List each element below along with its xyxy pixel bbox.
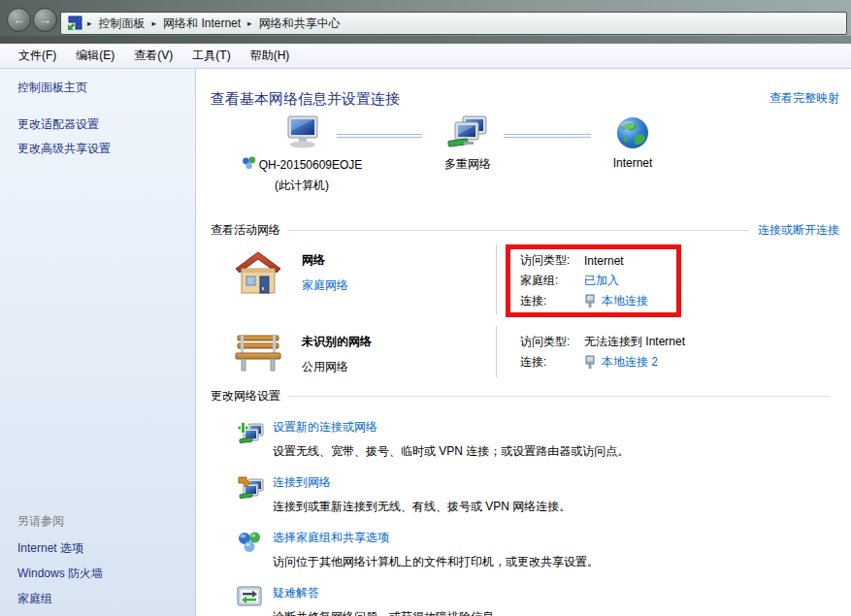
public-network-bench-icon bbox=[234, 326, 290, 377]
network-name: 未识别的网络 bbox=[302, 334, 496, 350]
see-full-map-link[interactable]: 查看完整映射 bbox=[769, 90, 839, 107]
settings-header-row: 更改网络设置 bbox=[211, 388, 839, 405]
section-rule bbox=[288, 396, 831, 397]
sidebar-item-homegroup[interactable]: 家庭组 bbox=[17, 593, 189, 605]
setup-new-connection-link[interactable]: 设置新的连接或网络 bbox=[273, 419, 629, 436]
homegroup-options-link[interactable]: 选择家庭组和共享选项 bbox=[273, 530, 599, 546]
network-name: 网络 bbox=[302, 252, 496, 269]
menu-file[interactable]: 文件(F) bbox=[9, 48, 66, 64]
page-title: 查看基本网络信息并设置连接 bbox=[211, 90, 400, 109]
menu-tools[interactable]: 工具(T) bbox=[182, 48, 240, 64]
menu-view[interactable]: 查看(V) bbox=[124, 48, 182, 64]
sidebar-item-windows-firewall[interactable]: Windows 防火墙 bbox=[17, 567, 189, 580]
troubleshoot-icon bbox=[237, 585, 273, 616]
sidebar-item-internet-options[interactable]: Internet 选项 bbox=[17, 542, 189, 555]
task-description: 访问位于其他网络计算机上的文件和打印机，或更改共享设置。 bbox=[273, 554, 599, 570]
menu-edit[interactable]: 编辑(E) bbox=[66, 48, 124, 64]
homegroup-mini-icon bbox=[242, 156, 256, 173]
computer-note: (此计算机) bbox=[224, 178, 379, 194]
access-type-label: 访问类型: bbox=[520, 252, 584, 269]
troubleshoot-link[interactable]: 疑难解答 bbox=[273, 585, 506, 601]
network-details: 访问类型: Internet 家庭组: 已加入 连接: bbox=[496, 244, 839, 315]
map-connection-line bbox=[504, 134, 591, 138]
home-network-icon bbox=[234, 244, 290, 315]
breadcrumb-separator: ▸ bbox=[84, 18, 95, 28]
active-networks-header-row: 查看活动网络 连接或断开连接 bbox=[211, 222, 839, 239]
ethernet-connector-icon bbox=[584, 355, 596, 370]
computer-icon bbox=[279, 140, 324, 153]
internet-globe-icon bbox=[615, 140, 650, 153]
address-bar[interactable]: ▸ 控制面板 ▸ 网络和 Internet ▸ 网络和共享中心 bbox=[60, 12, 847, 35]
breadcrumb-network-internet[interactable]: 网络和 Internet bbox=[159, 16, 245, 32]
breadcrumb-network-sharing-center[interactable]: 网络和共享中心 bbox=[255, 16, 344, 32]
breadcrumb-separator: ▸ bbox=[245, 18, 255, 28]
settings-task-list: 设置新的连接或网络 设置无线、宽带、拨号、临时或 VPN 连接；或设置路由器或访… bbox=[211, 419, 839, 616]
homegroup-label: 家庭组: bbox=[520, 273, 584, 289]
access-type-label: 访问类型: bbox=[520, 334, 584, 350]
task-description: 诊断并修复网络问题，或获得故障排除信息。 bbox=[273, 609, 506, 616]
internet-label: Internet bbox=[594, 156, 671, 170]
local-connection-2-link[interactable]: 本地连接 2 bbox=[602, 354, 658, 371]
connection-label: 连接: bbox=[520, 354, 584, 371]
homegroup-joined-link[interactable]: 已加入 bbox=[584, 273, 619, 289]
settings-header: 更改网络设置 bbox=[211, 388, 280, 405]
task-description: 设置无线、宽带、拨号、临时或 VPN 连接；或设置路由器或访问点。 bbox=[273, 443, 629, 460]
map-node-this-computer[interactable]: QH-20150609EOJE (此计算机) bbox=[224, 115, 379, 194]
connect-to-network-link[interactable]: 连接到网络 bbox=[273, 474, 571, 491]
task-homegroup-sharing: 选择家庭组和共享选项 访问位于其他网络计算机上的文件和打印机，或更改共享设置。 bbox=[211, 530, 839, 570]
active-networks-list: 网络 家庭网络 访问类型: Internet 家庭组: 已加入 bbox=[211, 244, 839, 377]
network-row-unidentified: 未识别的网络 公用网络 访问类型: 无法连接到 Internet 连接: bbox=[211, 326, 839, 377]
menu-help[interactable]: 帮助(H) bbox=[241, 48, 300, 64]
sidebar-item-change-adapter-settings[interactable]: 更改适配器设置 bbox=[17, 118, 189, 131]
network-map: QH-20150609EOJE (此计算机) bbox=[211, 115, 839, 212]
network-row-home: 网络 家庭网络 访问类型: Internet 家庭组: 已加入 bbox=[211, 244, 839, 315]
section-rule bbox=[288, 230, 749, 231]
menu-bar: 文件(F) 编辑(E) 查看(V) 工具(T) 帮助(H) bbox=[0, 44, 851, 69]
breadcrumb-separator: ▸ bbox=[149, 18, 160, 28]
home-network-link[interactable]: 家庭网络 bbox=[302, 277, 496, 294]
sidebar-item-advanced-sharing-settings[interactable]: 更改高级共享设置 bbox=[17, 143, 189, 155]
map-node-internet[interactable]: Internet bbox=[594, 115, 671, 170]
connect-disconnect-link[interactable]: 连接或断开连接 bbox=[758, 222, 839, 239]
map-node-multiple-networks[interactable]: 多重网络 bbox=[419, 115, 516, 173]
forward-button[interactable]: → bbox=[33, 8, 57, 32]
network-details: 访问类型: 无法连接到 Internet 连接: bbox=[496, 326, 839, 377]
navigation-bar: ← → ▾ ▸ 控制面板 ▸ 网络和 Internet ▸ 网络和共享中心 bbox=[0, 0, 851, 44]
access-type-value: 无法连接到 Internet bbox=[584, 334, 685, 350]
task-connect-to-network: 连接到网络 连接到或重新连接到无线、有线、拨号或 VPN 网络连接。 bbox=[211, 474, 839, 515]
breadcrumb-control-panel[interactable]: 控制面板 bbox=[95, 16, 149, 32]
network-sharing-center-window: ← → ▾ ▸ 控制面板 ▸ 网络和 Internet ▸ 网络和共享中心 文件… bbox=[0, 0, 851, 616]
connection-label: 连接: bbox=[520, 293, 584, 309]
sidebar: 控制面板主页 更改适配器设置 更改高级共享设置 另请参阅 Internet 选项… bbox=[0, 69, 196, 616]
main-panel: 查看基本网络信息并设置连接 查看完整映射 bbox=[196, 69, 851, 616]
active-networks-header: 查看活动网络 bbox=[211, 222, 280, 239]
multiple-networks-label: 多重网络 bbox=[419, 156, 516, 173]
task-description: 连接到或重新连接到无线、有线、拨号或 VPN 网络连接。 bbox=[273, 499, 571, 515]
homegroup-spheres-icon bbox=[237, 530, 273, 570]
local-connection-link[interactable]: 本地连接 bbox=[602, 293, 648, 309]
sidebar-item-control-panel-home[interactable]: 控制面板主页 bbox=[17, 81, 189, 94]
new-connection-icon bbox=[237, 419, 273, 460]
task-troubleshoot: 疑难解答 诊断并修复网络问题，或获得故障排除信息。 bbox=[211, 585, 839, 616]
public-network-label: 公用网络 bbox=[302, 359, 496, 375]
ethernet-connector-icon bbox=[584, 294, 596, 308]
multiple-networks-icon bbox=[446, 140, 489, 153]
network-sharing-center-icon bbox=[67, 16, 82, 31]
see-also-header: 另请参阅 bbox=[17, 513, 189, 530]
computer-name: QH-20150609EOJE bbox=[259, 158, 363, 172]
task-new-connection: 设置新的连接或网络 设置无线、宽带、拨号、临时或 VPN 连接；或设置路由器或访… bbox=[211, 419, 839, 460]
connect-to-network-icon bbox=[237, 474, 273, 515]
access-type-value: Internet bbox=[584, 254, 624, 268]
back-button[interactable]: ← bbox=[7, 8, 31, 32]
